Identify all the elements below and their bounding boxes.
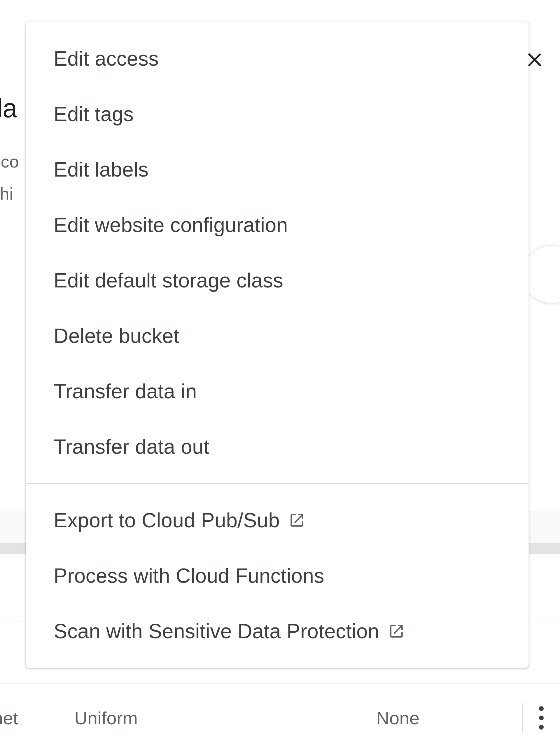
table-row: rnet Uniform None: [0, 686, 560, 750]
panel-desc-fragment-1: eco: [0, 152, 19, 171]
menu-item-label: Transfer data in: [54, 380, 197, 403]
table-cell-access-control: Uniform: [75, 708, 138, 728]
menu-item-label: Edit default storage class: [54, 269, 283, 292]
bucket-actions-menu: Edit access Edit tags Edit labels Edit w…: [26, 22, 529, 668]
menu-item-label: Edit labels: [54, 158, 148, 181]
menu-item-label: Edit tags: [54, 102, 133, 126]
external-link-icon: [388, 623, 405, 640]
menu-item-edit-access[interactable]: Edit access: [26, 31, 528, 86]
more-vert-icon: [539, 715, 544, 720]
more-vert-icon: [539, 706, 544, 711]
menu-item-transfer-data-in[interactable]: Transfer data in: [26, 363, 528, 419]
menu-item-label: Process with Cloud Functions: [54, 564, 324, 588]
menu-item-label: Edit website configuration: [54, 213, 288, 237]
menu-item-scan-sensitive-data[interactable]: Scan with Sensitive Data Protection: [26, 604, 528, 659]
close-button[interactable]: [519, 44, 551, 76]
menu-item-process-cloud-functions[interactable]: Process with Cloud Functions: [26, 548, 528, 604]
menu-item-export-pubsub[interactable]: Export to Cloud Pub/Sub: [26, 493, 528, 548]
table-cell-access-fragment: rnet: [0, 708, 18, 728]
menu-item-label: Edit access: [54, 47, 159, 70]
menu-item-edit-website-config[interactable]: Edit website configuration: [26, 197, 528, 253]
table-row-separator: [0, 683, 560, 684]
menu-item-edit-default-storage-class[interactable]: Edit default storage class: [26, 253, 528, 308]
table-cell-protection: None: [376, 708, 419, 728]
menu-item-label: Scan with Sensitive Data Protection: [54, 619, 379, 643]
menu-section-primary: Edit access Edit tags Edit labels Edit w…: [26, 22, 528, 483]
external-link-icon: [288, 512, 305, 529]
row-more-actions-button[interactable]: [522, 703, 548, 732]
menu-item-edit-labels[interactable]: Edit labels: [26, 142, 528, 197]
panel-title-fragment: da: [0, 93, 17, 123]
menu-item-edit-tags[interactable]: Edit tags: [26, 86, 528, 142]
panel-desc-fragment-2: vhi: [0, 184, 14, 203]
more-vert-icon: [539, 725, 544, 730]
menu-item-label: Transfer data out: [54, 435, 209, 458]
menu-item-transfer-data-out[interactable]: Transfer data out: [26, 419, 528, 474]
menu-item-label: Export to Cloud Pub/Sub: [54, 509, 280, 532]
menu-item-delete-bucket[interactable]: Delete bucket: [26, 308, 528, 363]
menu-section-secondary: Export to Cloud Pub/Sub Process with Clo…: [26, 484, 528, 668]
close-icon: [523, 48, 546, 71]
menu-item-label: Delete bucket: [54, 324, 179, 348]
